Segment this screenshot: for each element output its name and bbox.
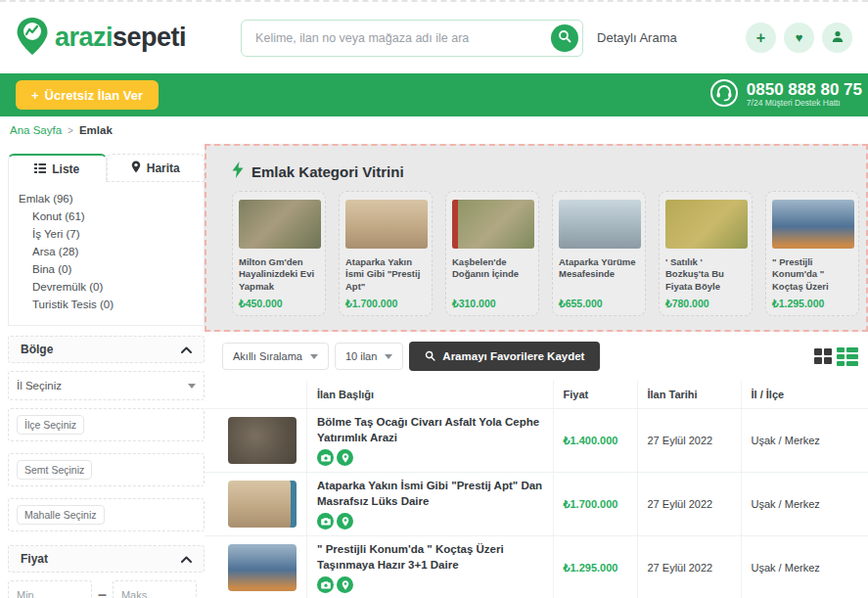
main-content: Emlak Kategori Vitrini Milton Gm'den Hay… <box>205 144 868 598</box>
breadcrumb-home-link[interactable]: Ana Sayfa <box>10 124 62 136</box>
showcase-card[interactable]: Ataparka Yakın İsmi Gibi "Prestij Apt" ₺… <box>339 191 433 316</box>
header-date[interactable]: İlan Tarihi <box>637 381 741 409</box>
tab-map[interactable]: Harita <box>107 154 206 182</box>
listing-location: Uşak / Merkez <box>741 536 868 598</box>
chevron-down-icon <box>385 354 392 359</box>
location-badge-icon <box>337 576 353 593</box>
card-title: Ataparka Yakın İsmi Gibi "Prestij Apt" <box>345 256 426 294</box>
table-row[interactable]: Ataparka Yakın İsmi Gibi "Prestij Apt" D… <box>205 473 868 536</box>
save-search-button[interactable]: Aramayı Favorilere Kaydet <box>409 342 600 371</box>
header-title[interactable]: İlan Başlığı <box>307 381 554 409</box>
search-button[interactable] <box>551 24 578 52</box>
listing-date: 27 Eylül 2022 <box>637 409 741 473</box>
listing-thumbnail[interactable] <box>228 417 297 464</box>
user-icon <box>831 29 845 47</box>
breadcrumb-separator: > <box>68 125 73 136</box>
header: arazisepeti Detaylı Arama + ♥ <box>0 2 868 73</box>
logo[interactable]: arazisepeti <box>16 17 186 60</box>
grid-view-icon[interactable] <box>814 348 832 364</box>
price-min-input[interactable] <box>8 580 92 598</box>
neighborhood-input[interactable]: Mahalle Seçiniz <box>8 498 205 531</box>
card-price: ₺450.000 <box>239 298 319 309</box>
listing-title[interactable]: " Prestijli Konum'da " Koçtaş Üzeri Taşı… <box>317 542 543 573</box>
top-action-bar: + Ücretsiz İlan Ver 0850 888 80 75 7/24 … <box>0 73 868 116</box>
listing-price: ₺1.400.000 <box>553 409 637 473</box>
listing-date: 27 Eylül 2022 <box>637 473 741 536</box>
price-section-header[interactable]: Fiyat <box>8 545 205 573</box>
district-input[interactable]: İlçe Seçiniz <box>8 408 205 441</box>
card-price: ₺1.700.000 <box>345 298 426 309</box>
header-price[interactable]: Fiyat <box>553 381 637 409</box>
listings-table: İlan Başlığı Fiyat İlan Tarihi İl / İlçe… <box>205 381 868 598</box>
per-page-select[interactable]: 10 ilan <box>335 343 403 370</box>
listing-thumbnail <box>559 200 641 249</box>
view-toggles <box>814 347 858 366</box>
price-max-input[interactable] <box>113 580 197 598</box>
district-placeholder-chip: İlçe Seçiniz <box>17 415 84 435</box>
header-thumb <box>205 381 307 409</box>
support-hotline[interactable]: 0850 888 80 75 7/24 Müşteri Destek Hattı <box>709 78 862 112</box>
card-title: Kaşbelen'de Doğanın İçinde <box>452 256 532 294</box>
quarter-input[interactable]: Semt Seçiniz <box>8 453 205 486</box>
card-title: " Prestijli Konum'da " Koçtaş Üzeri <box>772 256 852 294</box>
chevron-down-icon <box>188 384 196 389</box>
category-item-is-yeri[interactable]: İş Yeri (7) <box>19 225 194 243</box>
hotline-number: 0850 888 80 75 <box>747 82 862 98</box>
neighborhood-placeholder-chip: Mahalle Seçiniz <box>17 505 105 525</box>
detailed-search-link[interactable]: Detaylı Arama <box>597 30 677 45</box>
listing-price: ₺1.295.000 <box>553 536 637 598</box>
category-item-turistik-tesis[interactable]: Turistik Tesis (0) <box>19 296 194 313</box>
map-pin-icon <box>131 161 141 176</box>
category-item-konut[interactable]: Konut (61) <box>19 207 194 225</box>
photo-badge-icon <box>317 449 334 466</box>
add-listing-button[interactable]: + <box>746 23 776 53</box>
favorites-button[interactable]: ♥ <box>784 23 814 53</box>
showcase-card[interactable]: " Prestijli Konum'da " Koçtaş Üzeri ₺1.2… <box>765 191 859 316</box>
category-item-devremulk[interactable]: Devremülk (0) <box>19 278 194 296</box>
showcase-card[interactable]: Ataparka Yürüme Mesafesinde ₺655.000 <box>552 191 646 316</box>
category-item-emlak[interactable]: Emlak (96) <box>19 190 194 207</box>
sort-select[interactable]: Akıllı Sıralama <box>222 343 329 370</box>
search-input[interactable] <box>241 20 583 57</box>
photo-badge-icon <box>317 513 334 529</box>
table-row[interactable]: " Prestijli Konum'da " Koçtaş Üzeri Taşı… <box>205 536 868 598</box>
card-price: ₺780.000 <box>665 298 746 309</box>
listing-thumbnail <box>345 200 428 249</box>
showcase-card[interactable]: Milton Gm'den Hayalinizdeki Evi Yapmak ₺… <box>232 191 326 316</box>
heart-icon: ♥ <box>796 30 803 45</box>
showcase-card[interactable]: ' Satılık ' Bozkuş'ta Bu Fiyata Böyle ₺7… <box>659 191 753 316</box>
free-listing-button[interactable]: + Ücretsiz İlan Ver <box>16 80 159 110</box>
listing-thumbnail[interactable] <box>228 544 297 591</box>
listing-thumbnail[interactable] <box>228 481 297 528</box>
sidebar-tabs: Liste Harita <box>8 154 205 182</box>
plus-icon: + <box>31 88 39 103</box>
location-badge-icon <box>337 513 353 529</box>
category-item-arsa[interactable]: Arsa (28) <box>19 243 194 260</box>
chevron-up-icon <box>181 343 192 356</box>
hotline-caption: 7/24 Müşteri Destek Hattı <box>747 98 862 108</box>
table-row[interactable]: Bölme Taş Ocağı Civarı Asfalt Yola Cephe… <box>205 409 868 473</box>
range-dash: – <box>98 586 107 598</box>
card-title: Ataparka Yürüme Mesafesinde <box>559 256 639 294</box>
region-section-header[interactable]: Bölge <box>8 336 205 363</box>
listing-price: ₺1.700.000 <box>553 473 637 536</box>
page: arazisepeti Detaylı Arama + ♥ <box>0 0 868 598</box>
search-icon <box>558 29 571 46</box>
showcase-card[interactable]: Kaşbelen'de Doğanın İçinde ₺310.000 <box>445 191 539 316</box>
tab-list[interactable]: Liste <box>8 154 107 182</box>
listing-badges <box>317 576 543 593</box>
listing-title[interactable]: Ataparka Yakın İsmi Gibi "Prestij Apt" D… <box>317 479 543 509</box>
category-item-bina[interactable]: Bina (0) <box>19 260 194 278</box>
header-location[interactable]: İl / İlçe <box>741 381 868 409</box>
province-select[interactable]: İl Seçiniz <box>8 371 205 400</box>
list-view-icon[interactable] <box>837 347 858 366</box>
listing-date: 27 Eylül 2022 <box>637 536 741 598</box>
listing-title[interactable]: Bölme Taş Ocağı Civarı Asfalt Yola Cephe… <box>317 415 543 445</box>
listing-thumbnail <box>452 200 534 249</box>
logo-text: arazisepeti <box>55 23 186 53</box>
bolt-icon <box>232 161 244 181</box>
search-bar <box>241 20 583 57</box>
search-icon <box>425 350 435 363</box>
listing-location: Uşak / Merkez <box>741 473 868 536</box>
account-button[interactable] <box>822 23 852 53</box>
